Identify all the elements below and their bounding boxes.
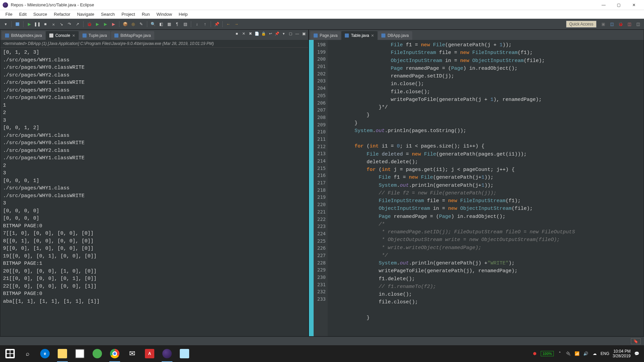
step-over-icon[interactable]: ↷ — [66, 20, 73, 28]
new-package-icon[interactable]: 📦 — [121, 20, 129, 28]
console-remove-all-icon[interactable]: ✖ — [247, 31, 253, 37]
quick-access-field[interactable]: Quick Access — [566, 21, 596, 27]
power-icon[interactable]: 🔌 — [566, 351, 571, 356]
show-whitespace-icon[interactable]: ¶ — [173, 20, 181, 28]
search-icon[interactable]: 🔍 — [149, 20, 157, 28]
close-button[interactable]: ✕ — [626, 0, 641, 10]
tab-dbapp-java[interactable]: DBApp.java — [378, 31, 412, 40]
menu-source[interactable]: Source — [30, 10, 50, 18]
tab-label: Page.java — [320, 33, 337, 38]
menu-search[interactable]: Search — [98, 10, 118, 18]
line-number-gutter: 198 199 200 201 202 203 204 205 206 207 … — [314, 40, 328, 336]
taskbar-store[interactable] — [71, 345, 89, 362]
console-max-icon[interactable]: ▣ — [301, 31, 307, 37]
back-icon[interactable]: ← — [225, 20, 232, 28]
start-button[interactable] — [1, 345, 19, 362]
language-indicator[interactable]: ENG — [601, 351, 609, 356]
tab-bitmappage[interactable]: BitMapPage.java — [111, 31, 154, 40]
debug-disconnect-icon[interactable]: ⨉ — [50, 20, 57, 28]
console-pin-icon[interactable]: 📌 — [274, 31, 280, 37]
console-word-wrap-icon[interactable]: ↩ — [267, 31, 273, 37]
run-icon[interactable]: ▶ — [94, 20, 101, 28]
code-body[interactable]: File f1 = new File(generatePath(j + 1));… — [328, 40, 644, 336]
menu-run[interactable]: Run — [139, 10, 153, 18]
volume-icon[interactable]: 🔊 — [583, 351, 589, 356]
debug-stop-icon[interactable]: ■ — [42, 20, 49, 28]
taskbar-file-explorer[interactable] — [54, 345, 71, 362]
open-perspective-icon[interactable]: ▣ — [599, 20, 607, 28]
menu-file[interactable]: File — [2, 10, 16, 18]
wifi-icon[interactable]: 📶 — [575, 351, 580, 356]
menu-edit[interactable]: Edit — [16, 10, 30, 18]
console-min-icon[interactable]: — — [294, 31, 300, 37]
console-clear-icon[interactable]: 📄 — [254, 31, 260, 37]
taskbar-acrobat[interactable]: A — [141, 345, 158, 362]
taskbar-app-green[interactable] — [89, 345, 106, 362]
debug-pause-icon[interactable]: ❚❚ — [34, 20, 41, 28]
java-file-icon — [345, 34, 349, 38]
prev-annotation-icon[interactable]: ↑ — [201, 20, 209, 28]
menu-help[interactable]: Help — [175, 10, 191, 18]
open-type-icon[interactable]: ✎ — [138, 20, 145, 28]
console-scroll-lock-icon[interactable]: 🔒 — [261, 31, 267, 37]
debug-run-icon[interactable]: ▶ — [25, 20, 33, 28]
menu-navigate[interactable]: Navigate — [74, 10, 98, 18]
bug-icon[interactable]: 🐞 — [86, 20, 93, 28]
next-annotation-icon[interactable]: ↓ — [193, 20, 201, 28]
close-icon[interactable]: ✕ — [371, 34, 374, 38]
tag-icon: 🔖 — [633, 339, 638, 344]
tray-app-icon[interactable]: ⬢ — [532, 351, 537, 356]
pin-editor-icon[interactable]: 📌 — [213, 20, 220, 28]
window-title: Repos - Milestone1/src/Table.java - Ecli… — [11, 2, 596, 7]
clock-time: 10:04 PM — [613, 349, 631, 354]
tab-page-java[interactable]: Page.java — [310, 31, 341, 40]
minimize-button[interactable]: — — [596, 0, 611, 10]
save-icon[interactable] — [14, 20, 21, 28]
team-perspective-icon[interactable]: ◫ — [634, 20, 642, 28]
debug-perspective-icon[interactable]: 🐞 — [617, 20, 624, 28]
console-open-icon[interactable]: ▢ — [287, 31, 293, 37]
tab-tuple[interactable]: Tuple.java — [79, 31, 110, 40]
menu-project[interactable]: Project — [118, 10, 138, 18]
svg-rect-0 — [16, 22, 19, 26]
external-tools-icon[interactable]: ▶ — [110, 20, 117, 28]
taskbar-notepad[interactable] — [176, 345, 193, 362]
tab-table-java[interactable]: Table.java✕ — [341, 31, 377, 40]
coverage-icon[interactable]: ▶ — [102, 20, 109, 28]
step-into-icon[interactable]: ↘ — [58, 20, 65, 28]
menu-window[interactable]: Window — [153, 10, 175, 18]
onedrive-icon[interactable]: ☁ — [592, 351, 597, 356]
taskbar-chrome[interactable] — [106, 345, 123, 362]
battery-indicator[interactable]: 100% — [541, 351, 553, 356]
tab-console[interactable]: Console✕ — [46, 31, 78, 40]
toggle-mark-icon[interactable]: ◧ — [157, 20, 165, 28]
tab-label: Console — [55, 33, 70, 38]
git-perspective-icon[interactable]: ◫ — [626, 20, 633, 28]
maximize-button[interactable]: ▢ — [611, 0, 626, 10]
console-remove-launch-icon[interactable]: ✕ — [240, 31, 247, 37]
close-icon[interactable]: ✕ — [72, 34, 75, 38]
console-display-selected-icon[interactable]: ▾ — [281, 31, 287, 37]
java-file-icon — [381, 34, 385, 38]
clock[interactable]: 10:04 PM 3/28/2019 — [613, 349, 631, 359]
taskbar-mail[interactable]: ✉ — [123, 345, 141, 362]
toggle-breadcrumb-icon[interactable]: ▤ — [181, 20, 189, 28]
notifications-icon[interactable]: 💬 — [634, 351, 639, 356]
code-editor[interactable]: 198 199 200 201 202 203 204 205 206 207 … — [309, 40, 644, 336]
console-output[interactable]: [0, 1, 2, 3] ./src/pages/WHY1.class ./sr… — [0, 48, 308, 336]
search-button[interactable]: ⌕ — [19, 345, 36, 362]
tab-bitmapindex[interactable]: BitMapIndex.java — [2, 31, 45, 40]
step-return-icon[interactable]: ↗ — [74, 20, 81, 28]
forward-icon[interactable]: → — [233, 20, 240, 28]
new-icon[interactable]: ▾ — [2, 20, 9, 28]
menu-refactor[interactable]: Refactor — [51, 10, 74, 18]
taskbar-edge[interactable]: e — [36, 345, 54, 362]
status-indicator[interactable]: 🔖 — [631, 338, 641, 344]
new-class-icon[interactable]: ◎ — [129, 20, 137, 28]
window-titlebar: Repos - Milestone1/src/Table.java - Ecli… — [0, 0, 644, 10]
tray-chevron-up-icon[interactable]: ˄ — [557, 351, 562, 356]
taskbar-eclipse[interactable] — [158, 345, 176, 362]
console-terminate-icon[interactable]: ■ — [234, 31, 240, 37]
toggle-block-icon[interactable]: ▦ — [165, 20, 173, 28]
java-perspective-icon[interactable]: ◫ — [608, 20, 615, 28]
